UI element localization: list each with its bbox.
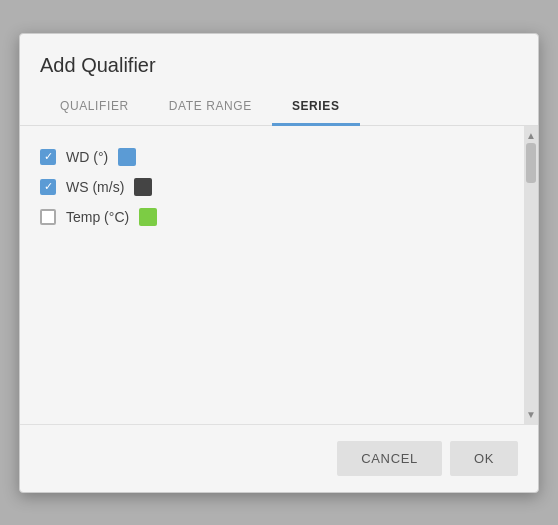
scrollbar[interactable]: ▲ ▼ <box>524 126 538 424</box>
series-item-wd: ✓ WD (°) <box>40 142 504 172</box>
cancel-button[interactable]: CANCEL <box>337 441 442 476</box>
tab-date-range[interactable]: DATE RANGE <box>149 89 272 126</box>
add-qualifier-dialog: Add Qualifier QUALIFIER DATE RANGE SERIE… <box>19 33 539 493</box>
dialog-header: Add Qualifier <box>20 34 538 89</box>
scroll-up-arrow[interactable]: ▲ <box>524 128 538 143</box>
tab-series[interactable]: SERIES <box>272 89 360 126</box>
series-list: ✓ WD (°) ✓ WS (m/s) Temp (°C) <box>20 126 524 424</box>
dialog-body: ✓ WD (°) ✓ WS (m/s) Temp (°C) ▲ <box>20 126 538 424</box>
series-item-ws: ✓ WS (m/s) <box>40 172 504 202</box>
checkbox-wd[interactable]: ✓ <box>40 149 56 165</box>
series-label-wd: WD (°) <box>66 149 108 165</box>
tab-qualifier[interactable]: QUALIFIER <box>40 89 149 126</box>
series-label-temp: Temp (°C) <box>66 209 129 225</box>
tabs-bar: QUALIFIER DATE RANGE SERIES <box>20 89 538 126</box>
color-swatch-temp <box>139 208 157 226</box>
dialog-title: Add Qualifier <box>40 54 156 76</box>
series-item-temp: Temp (°C) <box>40 202 504 232</box>
checkbox-ws[interactable]: ✓ <box>40 179 56 195</box>
color-swatch-wd <box>118 148 136 166</box>
scroll-down-arrow[interactable]: ▼ <box>524 407 538 422</box>
color-swatch-ws <box>134 178 152 196</box>
scrollbar-thumb[interactable] <box>526 143 536 183</box>
checkbox-temp[interactable] <box>40 209 56 225</box>
series-label-ws: WS (m/s) <box>66 179 124 195</box>
ok-button[interactable]: OK <box>450 441 518 476</box>
dialog-footer: CANCEL OK <box>20 424 538 492</box>
